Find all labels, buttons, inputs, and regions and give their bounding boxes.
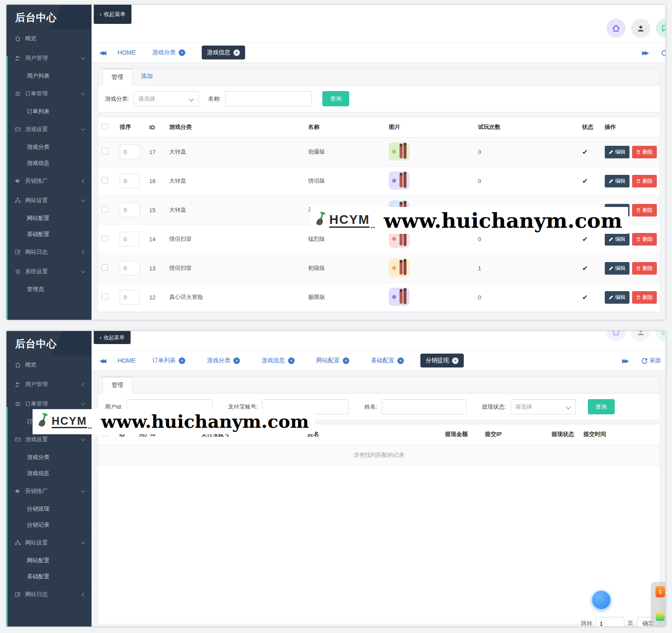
edit-button[interactable]: 编辑 [605, 262, 629, 275]
sidebar-item-admin[interactable]: 管理员 [7, 281, 92, 297]
row-checkbox[interactable] [102, 206, 108, 213]
profile-button[interactable] [631, 331, 650, 341]
table-row: 16 大转盘 情侣版 0 ✔ 编辑删除 [98, 167, 660, 196]
sort-input[interactable] [120, 290, 140, 305]
close-icon[interactable]: × [233, 49, 240, 56]
sidebar-item-marketing[interactable]: 营销推广 [7, 171, 92, 190]
delete-button[interactable]: 删除 [632, 233, 657, 246]
category-select[interactable]: 请选择 [134, 91, 199, 106]
search-button[interactable]: 查询 [588, 399, 615, 414]
name-input[interactable] [225, 91, 312, 106]
sidebar-item-game-category[interactable]: 游戏分类 [7, 449, 92, 465]
status-select[interactable]: 请选择 [511, 399, 576, 414]
sidebar-item-site-log[interactable]: 网站日志 [7, 242, 92, 262]
tab-game-category[interactable]: 游戏分类× [202, 354, 245, 367]
row-checkbox[interactable] [102, 293, 108, 300]
scroll-tabs-right-icon[interactable]: ▶▶ [642, 49, 649, 56]
row-checkbox[interactable] [102, 264, 108, 271]
scroll-tabs-left-icon[interactable]: ◀◀ [99, 357, 106, 364]
delete-button[interactable]: 删除 [632, 175, 657, 187]
tab-game-info[interactable]: 游戏信息 × [202, 46, 245, 59]
edit-button[interactable]: 编辑 [605, 291, 629, 304]
extension-badge-icon[interactable]: 1 [656, 586, 665, 597]
sidebar-item-distribution-withdraw[interactable]: 分销提现 [7, 501, 92, 517]
search-button[interactable]: 查询 [322, 91, 349, 106]
sidebar-item-game-category[interactable]: 游戏分类 [7, 139, 92, 155]
sidebar-item-overview[interactable]: 概览 [7, 29, 92, 48]
sort-input[interactable] [120, 261, 140, 276]
tab-distribution-withdraw[interactable]: 分销提现× [420, 354, 464, 367]
tab-manage[interactable]: 管理 [102, 69, 132, 85]
sidebar-item-user-list[interactable]: 用户列表 [7, 68, 92, 84]
message-button[interactable] [656, 331, 666, 341]
sidebar-item-game-info[interactable]: 游戏信息 [7, 465, 92, 481]
delete-button[interactable]: 删除 [632, 291, 657, 304]
close-icon[interactable]: × [452, 357, 459, 364]
close-icon[interactable]: × [179, 357, 185, 364]
close-icon[interactable]: × [343, 357, 349, 364]
floating-action-button[interactable] [591, 590, 611, 610]
sidebar-item-order-list[interactable]: 订单列表 [7, 103, 92, 119]
sidebar-item-site-config[interactable]: 网站配置 [7, 552, 92, 568]
collapse-menu-button[interactable]: ‹ 收起菜单 [94, 331, 131, 344]
sidebar-item-base-config[interactable]: 基础配置 [7, 568, 92, 584]
close-icon[interactable]: × [397, 357, 404, 364]
extension-color-icon[interactable] [656, 612, 665, 621]
sidebar-item-system-settings[interactable]: 系统设置 [7, 262, 92, 281]
scroll-tabs-left-icon[interactable]: ◀◀ [99, 49, 106, 56]
delete-button[interactable]: 删除 [632, 262, 657, 275]
select-all-checkbox[interactable] [102, 123, 108, 130]
sidebar-item-site-settings[interactable]: 网站设置 [7, 190, 92, 210]
sidebar-item-game-info[interactable]: 游戏信息 [7, 155, 92, 171]
watermark-brand: HCYM [329, 213, 370, 228]
sidebar-item-user-mgmt[interactable]: 用户管理 [7, 48, 92, 68]
edit-button[interactable]: 编辑 [605, 233, 629, 246]
home-button[interactable] [606, 331, 626, 341]
tab-game-category[interactable]: 游戏分类 × [147, 46, 190, 59]
sort-input[interactable] [120, 232, 140, 246]
sidebar-item-site-config[interactable]: 网站配置 [7, 210, 92, 226]
sidebar-item-site-settings[interactable]: 网站设置 [7, 533, 92, 552]
tab-site-config[interactable]: 网站配置× [311, 354, 354, 367]
watermark-dots: .. [88, 422, 92, 431]
sidebar-item-base-config[interactable]: 基础配置 [7, 226, 92, 242]
tab-order-list[interactable]: 订单列表× [147, 354, 190, 367]
scroll-tabs-right-icon[interactable]: ▶▶ [622, 357, 629, 364]
sidebar-item-marketing[interactable]: 营销推广 [7, 481, 92, 501]
edit-button[interactable]: 编辑 [605, 146, 629, 158]
collapse-menu-button[interactable]: ‹ 收起菜单 [94, 5, 131, 24]
name-input[interactable] [382, 399, 466, 414]
sidebar-item-user-mgmt[interactable]: 用户管理 [7, 374, 92, 394]
sort-input[interactable] [120, 174, 140, 188]
edit-button[interactable]: 编辑 [605, 175, 629, 187]
message-button[interactable] [656, 19, 666, 38]
close-icon[interactable]: × [179, 49, 185, 56]
sidebar-item-order-mgmt[interactable]: 订单管理 [7, 84, 92, 103]
sidebar-item-site-log[interactable]: 网站日志 [7, 584, 92, 604]
page-input[interactable] [596, 617, 624, 627]
tab-base-config[interactable]: 基础配置× [366, 354, 409, 367]
delete-button[interactable]: 删除 [632, 146, 657, 158]
edit-square-icon [15, 591, 21, 597]
close-icon[interactable]: × [233, 357, 240, 364]
tab-manage[interactable]: 管理 [102, 377, 132, 394]
refresh-button[interactable]: 刷新 [661, 49, 666, 56]
sort-input[interactable] [120, 144, 140, 159]
tab-add[interactable]: 添加 [132, 69, 161, 85]
refresh-button[interactable]: 刷新 [641, 357, 661, 364]
profile-button[interactable] [631, 19, 650, 38]
row-checkbox[interactable] [102, 177, 108, 184]
home-button[interactable] [606, 19, 626, 38]
sidebar-item-overview[interactable]: 概览 [7, 355, 92, 374]
sidebar-item-game-settings[interactable]: 游戏设置 [7, 119, 92, 139]
sort-input[interactable] [120, 203, 140, 217]
cell-plays: 0 [475, 138, 579, 167]
tab-game-info[interactable]: 游戏信息× [256, 354, 300, 367]
tab-home[interactable]: HOME [118, 357, 136, 364]
tab-home[interactable]: HOME [118, 49, 136, 56]
sidebar-item-distribution-record[interactable]: 分销记录 [7, 517, 92, 533]
row-checkbox[interactable] [102, 148, 108, 154]
delete-button[interactable]: 删除 [632, 204, 657, 216]
row-checkbox[interactable] [102, 235, 108, 242]
close-icon[interactable]: × [288, 357, 295, 364]
